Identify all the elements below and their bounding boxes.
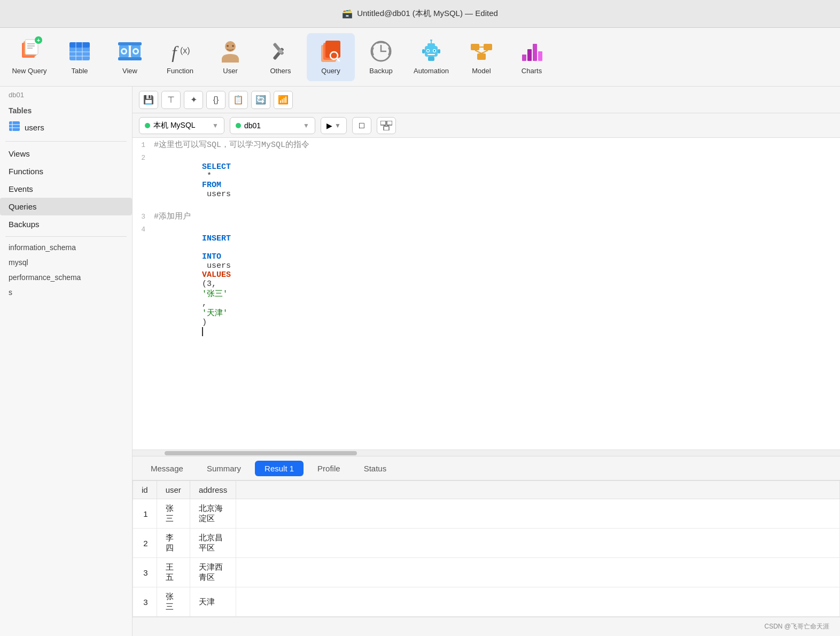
main-toolbar: + New Query Table [0, 28, 840, 87]
svg-rect-53 [527, 49, 532, 61]
code-line-2: 2 SELECT * FROM users [133, 152, 840, 210]
user-label: User [223, 67, 237, 75]
history-button[interactable]: 🔄 [251, 91, 270, 109]
toolbar-model[interactable]: Model [457, 33, 505, 81]
toolbar-backup[interactable]: Backup [357, 33, 405, 81]
cell-user: 李四 [157, 529, 190, 558]
server-name: 本机 MySQL [153, 121, 196, 130]
sidebar-db-performance-schema[interactable]: performance_schema [0, 270, 132, 285]
svg-rect-19 [118, 57, 142, 60]
code-line-1: 1 #这里也可以写SQL，可以学习MySQL的指令 [133, 138, 840, 152]
sidebar-item-functions[interactable]: Functions [0, 162, 132, 180]
stop-button[interactable]: □ [352, 117, 371, 134]
explain-button[interactable]: 📶 [274, 91, 293, 109]
sidebar-db-information-schema[interactable]: information_schema [0, 240, 132, 255]
db-dot [236, 123, 241, 128]
run-button[interactable]: ▶ ▼ [321, 117, 347, 134]
db-name: db01 [244, 121, 261, 130]
svg-text:f: f [172, 43, 179, 62]
connection-bar: 本机 MySQL ▼ db01 ▼ ▶ ▼ □ [133, 113, 840, 138]
sidebar: db01 Tables users Views Functions Events [0, 87, 133, 636]
toolbar-query[interactable]: Query [307, 33, 355, 81]
sidebar-divider-1 [5, 141, 127, 142]
sidebar-item-events[interactable]: Events [0, 180, 132, 198]
svg-rect-44 [438, 49, 440, 53]
cell-address: 天津西青区 [190, 558, 236, 587]
kw-into: INTO [202, 252, 221, 261]
svg-rect-42 [427, 54, 435, 55]
toolbar-others[interactable]: Others [256, 33, 305, 81]
cell-id: 3 [133, 587, 157, 617]
cell-user: 张三 [157, 587, 190, 617]
toolbar-charts[interactable]: Charts [508, 33, 556, 81]
run-dropdown-icon: ▼ [335, 122, 341, 129]
svg-rect-43 [422, 49, 425, 53]
code-line-4: 4 INSERT INTO users VALUES (3, '张三' , '天… [133, 223, 840, 347]
sidebar-item-users[interactable]: users [0, 117, 132, 138]
col-id: id [133, 481, 157, 499]
tab-summary[interactable]: Summary [197, 461, 251, 476]
table-row: 1张三北京海淀区 [133, 499, 840, 529]
line-content-2: SELECT * FROM users [154, 152, 840, 210]
code-line-3: 3 #添加用户 [133, 210, 840, 223]
cell-address: 北京海淀区 [190, 499, 236, 529]
cell-empty [236, 529, 840, 558]
toolbar-table[interactable]: Table [56, 33, 104, 81]
code-editor[interactable]: 1 #这里也可以写SQL，可以学习MySQL的指令 2 SELECT * FRO… [133, 138, 840, 449]
titlebar-text: Untitled@db01 (本机 MySQL) — Edited [357, 9, 498, 19]
copy-button[interactable]: 📋 [229, 91, 248, 109]
col-user: user [157, 481, 190, 499]
server-chevron: ▼ [212, 122, 219, 129]
format-button[interactable]: ⊤ [161, 91, 181, 109]
editor-scrollbar[interactable] [133, 449, 840, 456]
toolbar-view[interactable]: View [106, 33, 154, 81]
queries-label: Queries [9, 202, 37, 211]
server-select[interactable]: 本机 MySQL ▼ [139, 117, 224, 134]
wrap-button[interactable]: {} [206, 91, 225, 109]
users-table-icon [9, 121, 20, 134]
svg-rect-46 [471, 44, 479, 50]
magic-button[interactable]: ✦ [184, 91, 203, 109]
db-label: db01 [0, 87, 132, 101]
toolbar-automation[interactable]: Automation [407, 33, 455, 81]
svg-rect-55 [538, 51, 542, 61]
others-icon [268, 39, 293, 64]
svg-rect-54 [533, 44, 537, 61]
cell-id: 2 [133, 529, 157, 558]
explain-query-button[interactable] [377, 117, 396, 134]
comma-1: , [202, 299, 207, 308]
sidebar-divider-2 [5, 236, 127, 237]
sidebar-db-s[interactable]: s [0, 285, 132, 300]
toolbar-function[interactable]: f (x) Function [156, 33, 204, 81]
tab-message[interactable]: Message [141, 461, 193, 476]
svg-rect-48 [477, 53, 486, 60]
kw-select: SELECT [202, 162, 231, 172]
toolbar-user[interactable]: User [206, 33, 254, 81]
others-label: Others [270, 67, 291, 75]
tables-section: Tables [0, 101, 132, 117]
backup-label: Backup [369, 67, 392, 75]
tab-result1[interactable]: Result 1 [255, 461, 304, 476]
db-icon: 🗃️ [342, 9, 353, 19]
svg-rect-47 [484, 44, 492, 50]
sidebar-item-queries[interactable]: Queries [0, 198, 132, 215]
db-select[interactable]: db01 ▼ [230, 117, 315, 134]
sidebar-item-views[interactable]: Views [0, 145, 132, 162]
space-2 [202, 243, 207, 252]
line-num-1: 1 [133, 139, 154, 149]
charts-icon [519, 39, 544, 64]
sidebar-db-mysql[interactable]: mysql [0, 255, 132, 270]
svg-line-32 [337, 58, 339, 61]
tab-profile[interactable]: Profile [308, 461, 350, 476]
line-num-3: 3 [133, 211, 154, 221]
svg-point-37 [430, 40, 432, 41]
line-content-3: #添加用户 [154, 210, 840, 223]
cursor [202, 327, 203, 336]
save-button[interactable]: 💾 [139, 91, 158, 109]
toolbar-new-query[interactable]: + New Query [5, 33, 53, 81]
tab-status[interactable]: Status [354, 461, 396, 476]
cell-id: 3 [133, 558, 157, 587]
titlebar: 🗃️ Untitled@db01 (本机 MySQL) — Edited [0, 0, 840, 28]
sidebar-item-backups[interactable]: Backups [0, 215, 132, 233]
cell-empty [236, 587, 840, 617]
